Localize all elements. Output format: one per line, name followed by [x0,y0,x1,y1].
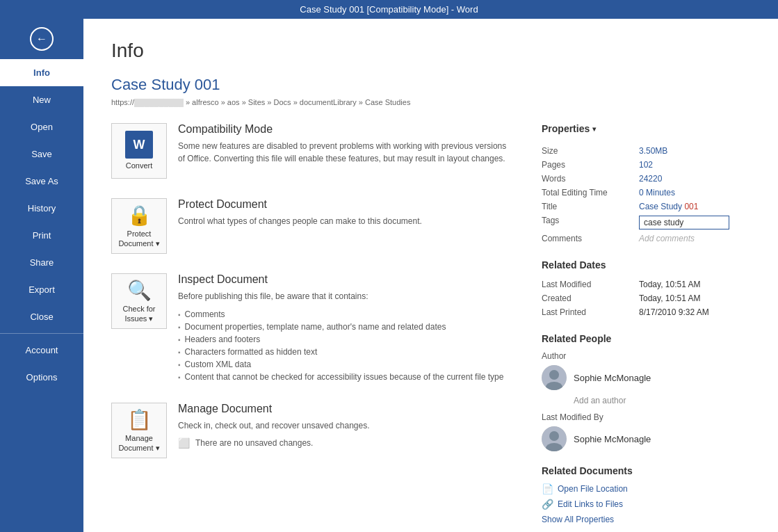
back-button[interactable]: ← [0,19,83,59]
word-icon: W [125,131,153,159]
manage-button[interactable]: 📋 ManageDocument ▾ [111,403,167,458]
title-bar-text: Case Study 001 [Compatibility Mode] - Wo… [300,4,478,15]
list-item: Comments [178,308,514,321]
author-avatar [542,365,567,390]
page-title: Info [111,40,750,62]
author-name: Sophie McMonagle [574,373,651,383]
show-all-properties-link[interactable]: Show All Properties [542,515,614,524]
inspect-label: Check forIssues ▾ [122,305,155,323]
manage-label: ManageDocument ▾ [118,434,159,452]
sidebar-item-save-as[interactable]: Save As [0,168,83,195]
sidebar-item-history[interactable]: History [0,195,83,222]
inspect-content: Inspect Document Before publishing this … [178,273,514,383]
doc-path-text: https://██████████ » alfresco » aos » Si… [111,98,410,106]
list-item: Content that cannot be checked for acces… [178,371,514,383]
prop-row-words: Words 24220 [542,172,750,186]
manage-section: 📋 ManageDocument ▾ Manage Document Check… [111,403,514,458]
properties-header: Properties ▾ [542,123,750,134]
prop-label-editing-time: Total Editing Time [542,186,639,200]
no-changes-text: There are no unsaved changes. [195,438,313,448]
properties-chevron-icon: ▾ [592,125,596,133]
open-file-text: Open File Location [558,484,628,494]
compatibility-heading: Compatibility Mode [178,123,514,136]
convert-label: Convert [126,161,153,170]
related-people-section: Related People Author Sophie McMonagle [542,333,750,451]
date-label-created: Created [542,291,639,305]
svg-point-4 [549,431,559,441]
prop-label-tags: Tags [542,213,639,232]
compatibility-section: W Convert Compatibility Mode Some new fe… [111,123,514,179]
manage-content: Manage Document Check in, check out, and… [178,403,514,449]
date-value-modified: Today, 10:51 AM [639,277,750,291]
add-comment-text[interactable]: Add comments [639,234,695,243]
protect-button[interactable]: 🔒 ProtectDocument ▾ [111,198,167,254]
prop-label-comments: Comments [542,232,639,245]
properties-title: Properties [542,123,590,134]
prop-value-pages: 102 [639,158,750,172]
sidebar-item-export[interactable]: Export [0,276,83,303]
prop-row-tags: Tags [542,213,750,232]
prop-row-pages: Pages 102 [542,158,750,172]
prop-value-tags [639,213,750,232]
last-modified-name: Sophie McMonagle [574,434,651,444]
protect-icon: 🔒 [127,204,152,227]
protect-label: ProtectDocument ▾ [118,229,159,248]
related-dates-header: Related Dates [542,259,750,271]
prop-label-words: Words [542,172,639,186]
prop-row-editing-time: Total Editing Time 0 Minutes [542,186,750,200]
list-item: Custom XML data [178,358,514,371]
add-author-link[interactable]: Add an author [574,396,750,405]
date-label-printed: Last Printed [542,305,639,319]
sidebar-item-open[interactable]: Open [0,113,83,140]
related-dates-section: Related Dates Last Modified Today, 10:51… [542,259,750,319]
last-modified-by-label: Last Modified By [542,412,750,422]
no-changes-icon: ⬜ [178,437,190,449]
date-row-modified: Last Modified Today, 10:51 AM [542,277,750,291]
prop-label-title: Title [542,200,639,213]
date-value-created: Today, 10:51 AM [639,291,750,305]
sections-row: W Convert Compatibility Mode Some new fe… [111,123,750,532]
date-label-modified: Last Modified [542,277,639,291]
author-row: Sophie McMonagle [542,365,750,390]
sidebar-item-print[interactable]: Print [0,222,83,249]
inspect-desc: Before publishing this file, be aware th… [178,290,514,303]
sidebar-item-account[interactable]: Account [0,337,83,364]
sidebar-item-share[interactable]: Share [0,249,83,276]
properties-table: Size 3.50MB Pages 102 Words 24220 Total … [542,144,750,245]
convert-button[interactable]: W Convert [111,123,167,179]
content-area: Info Case Study 001 https://██████████ »… [83,19,778,532]
prop-label-size: Size [542,144,639,158]
tags-input[interactable] [639,216,729,229]
sidebar-divider [0,333,83,334]
date-row-printed: Last Printed 8/17/2010 9:32 AM [542,305,750,319]
list-item: Characters formatted as hidden text [178,346,514,358]
author-label: Author [542,351,750,361]
prop-value-editing-time: 0 Minutes [639,186,750,200]
edit-links-link[interactable]: 🔗 Edit Links to Files [542,499,750,510]
inspect-icon: 🔍 [127,279,152,302]
inspect-button[interactable]: 🔍 Check forIssues ▾ [111,273,167,329]
date-row-created: Created Today, 10:51 AM [542,291,750,305]
sidebar-item-info[interactable]: Info [0,59,83,86]
inspect-heading: Inspect Document [178,273,514,286]
prop-value-comments: Add comments [639,232,750,245]
list-item: Headers and footers [178,333,514,346]
protect-content: Protect Document Control what types of c… [178,198,514,227]
prop-value-title: Case Study 001 [639,200,750,213]
compatibility-content: Compatibility Mode Some new features are… [178,123,514,165]
sidebar-item-close[interactable]: Close [0,303,83,330]
edit-links-text: Edit Links to Files [558,499,623,509]
sidebar-item-options[interactable]: Options [0,364,83,391]
sidebar-item-save[interactable]: Save [0,140,83,168]
sidebar-item-new[interactable]: New [0,86,83,113]
author-avatar-svg [542,365,567,390]
sections-left: W Convert Compatibility Mode Some new fe… [111,123,542,532]
open-file-location-link[interactable]: 📄 Open File Location [542,483,750,494]
related-people-header: Related People [542,333,750,344]
edit-links-icon: 🔗 [542,499,553,510]
svg-point-1 [549,370,559,380]
last-modified-by-row: Sophie McMonagle [542,426,750,451]
related-dates-table: Last Modified Today, 10:51 AM Created To… [542,277,750,319]
prop-value-words: 24220 [639,172,750,186]
title-val-red: 001 [684,202,698,211]
